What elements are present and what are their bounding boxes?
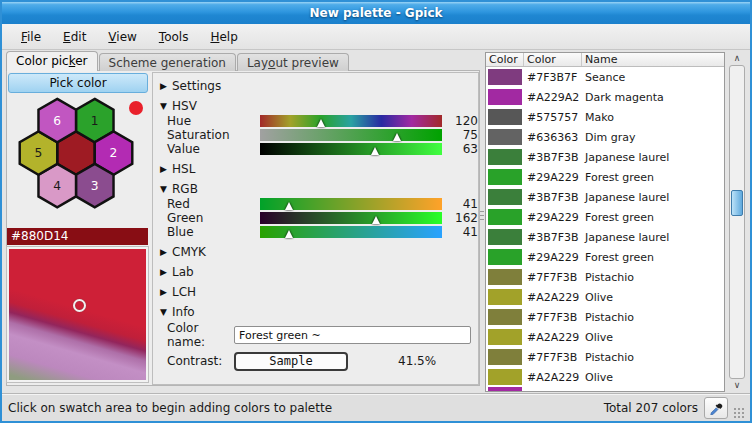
scrollbar-thumb[interactable] <box>731 190 743 216</box>
palette-swatch[interactable] <box>488 109 522 125</box>
slider-track-hue[interactable] <box>260 115 442 127</box>
color-hex-wheel[interactable]: 123456 <box>10 94 142 217</box>
color-name-input[interactable] <box>234 326 471 344</box>
palette-swatch[interactable] <box>488 229 522 245</box>
picker-target-ring-icon <box>73 299 86 312</box>
section-label: RGB <box>172 182 198 196</box>
eyedropper-button[interactable] <box>704 397 728 419</box>
palette-swatch[interactable] <box>488 149 522 165</box>
palette-header-name[interactable]: Name <box>582 53 724 66</box>
menu-item-file[interactable]: File <box>12 28 50 46</box>
contrast-sample-button[interactable]: Sample <box>234 352 348 371</box>
palette-color-name: Olive <box>582 331 724 344</box>
palette-row[interactable]: #29A229Forest green <box>486 207 724 227</box>
palette-color-name: Seance <box>582 71 724 84</box>
palette-swatch[interactable] <box>488 209 522 225</box>
panel-splitter-handle[interactable] <box>480 205 484 225</box>
palette-swatch[interactable] <box>488 289 522 305</box>
collapsed-arrow-icon: ▶ <box>160 247 172 257</box>
slider-marker-icon[interactable] <box>285 202 293 210</box>
palette-color-name: Forest green <box>582 171 724 184</box>
palette-row[interactable]: #7F3B7FSeance <box>486 67 724 87</box>
palette-row[interactable]: #3B7F3BJapanese laurel <box>486 227 724 247</box>
palette-color-name: Mako <box>582 111 724 124</box>
scroll-down-icon[interactable]: ∨ <box>726 379 748 392</box>
palette-row[interactable]: #A2A229Olive <box>486 367 724 387</box>
slider-track-green[interactable] <box>260 212 442 224</box>
slider-marker-icon[interactable] <box>317 119 325 127</box>
palette-row-partial[interactable] <box>486 387 724 392</box>
slider-track-blue[interactable] <box>260 226 442 238</box>
palette-row[interactable]: #575757Mako <box>486 107 724 127</box>
slider-track-value[interactable] <box>260 143 442 155</box>
section-header-lab[interactable]: ▶Lab <box>160 264 478 279</box>
palette-row[interactable]: #3B7F3BJapanese laurel <box>486 187 724 207</box>
tab-layout-preview[interactable]: Layout preview <box>237 53 349 71</box>
section-header-lch[interactable]: ▶LCH <box>160 284 478 299</box>
palette-row[interactable]: #A2A229Olive <box>486 287 724 307</box>
palette-scrollbar[interactable]: ∧ ∨ <box>726 52 748 392</box>
palette-swatch[interactable] <box>488 369 522 385</box>
slider-marker-icon[interactable] <box>372 216 380 224</box>
palette-row[interactable]: #7F7F3BPistachio <box>486 307 724 327</box>
palette-swatch[interactable] <box>488 269 522 285</box>
contrast-label: Contrast: <box>167 354 234 368</box>
palette-header-swatch[interactable]: Color <box>486 53 524 66</box>
tab-scheme-generation[interactable]: Scheme generation <box>99 53 236 71</box>
palette-hex: #3B7F3B <box>524 151 582 164</box>
palette-swatch[interactable] <box>488 387 522 392</box>
palette-swatch[interactable] <box>488 169 522 185</box>
title-bar[interactable]: New palette - Gpick <box>2 2 750 24</box>
palette-row[interactable]: #A229A2Dark magenta <box>486 87 724 107</box>
zoomed-picker-swatch-area[interactable] <box>7 247 148 382</box>
palette-swatch[interactable] <box>488 329 522 345</box>
palette-color-name: Japanese laurel <box>582 191 724 204</box>
palette-swatch[interactable] <box>488 249 522 265</box>
palette-row[interactable]: #3B7F3BJapanese laurel <box>486 147 724 167</box>
section-header-hsv[interactable]: ▼HSV <box>160 98 478 113</box>
slider-row-green: Green162 <box>167 211 478 225</box>
scrollbar-track[interactable] <box>729 65 745 379</box>
slider-track-red[interactable] <box>260 198 442 210</box>
scroll-up-icon[interactable]: ∧ <box>726 52 748 65</box>
tab-color-picker[interactable]: Color picker <box>6 51 98 71</box>
palette-hex: #29A229 <box>524 171 582 184</box>
palette-swatch[interactable] <box>488 189 522 205</box>
palette-color-name: Pistachio <box>582 271 724 284</box>
slider-label: Red <box>167 197 260 211</box>
slider-track-saturation[interactable] <box>260 129 442 141</box>
palette-swatch[interactable] <box>488 69 522 85</box>
palette-row[interactable]: #7F7F3BPistachio <box>486 267 724 287</box>
menu-item-edit[interactable]: Edit <box>54 28 95 46</box>
palette-row[interactable]: #7F7F3BPistachio <box>486 347 724 367</box>
section-header-info[interactable]: ▼Info <box>160 304 478 319</box>
palette-swatch[interactable] <box>488 129 522 145</box>
palette-header-hex[interactable]: Color <box>524 53 582 66</box>
palette-header-row[interactable]: ColorColorName <box>486 53 724 67</box>
palette-row[interactable]: #29A229Forest green <box>486 247 724 267</box>
wheel-hex-number: 5 <box>35 146 43 160</box>
section-header-cmyk[interactable]: ▶CMYK <box>160 244 478 259</box>
section-header-hsl[interactable]: ▶HSL <box>160 161 478 176</box>
palette-row[interactable]: #29A229Forest green <box>486 167 724 187</box>
menu-item-tools[interactable]: Tools <box>150 28 198 46</box>
section-header-settings[interactable]: ▶Settings <box>160 78 478 93</box>
slider-marker-icon[interactable] <box>285 230 293 238</box>
section-header-rgb[interactable]: ▼RGB <box>160 181 478 196</box>
menu-item-view[interactable]: View <box>99 28 145 46</box>
section-label: HSV <box>172 99 197 113</box>
palette-swatch[interactable] <box>488 349 522 365</box>
pick-color-button[interactable]: Pick color <box>8 73 148 93</box>
palette-row[interactable]: #A2A229Olive <box>486 327 724 347</box>
palette-hex: #636363 <box>524 131 582 144</box>
menu-item-help[interactable]: Help <box>201 28 246 46</box>
color-name-label: Color name: <box>167 321 234 349</box>
palette-swatch[interactable] <box>488 309 522 325</box>
palette-swatch[interactable] <box>488 89 522 105</box>
slider-marker-icon[interactable] <box>393 133 401 141</box>
slider-marker-icon[interactable] <box>371 147 379 155</box>
status-message: Click on swatch area to begin adding col… <box>8 401 604 415</box>
gpick-window: New palette - Gpick FileEditViewToolsHel… <box>0 0 752 423</box>
palette-row[interactable]: #636363Dim gray <box>486 127 724 147</box>
resize-grip[interactable] <box>733 407 744 418</box>
